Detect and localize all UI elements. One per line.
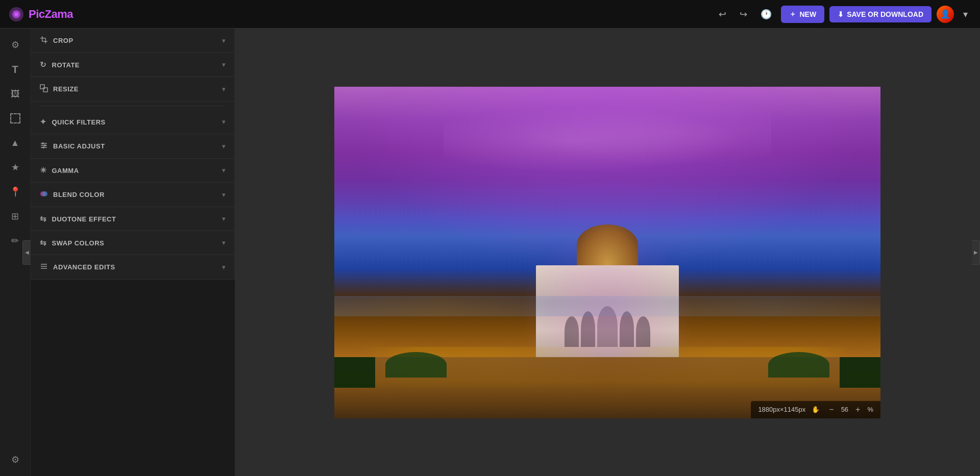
left-panel: CROP ▾ ↻ ROTATE ▾: [31, 29, 235, 280]
quick-filters-section-header[interactable]: ✦ QUICK FILTERS ▾: [31, 110, 234, 134]
avatar-icon: 👤: [940, 9, 950, 19]
crop-section-header[interactable]: CROP ▾: [31, 29, 234, 53]
svg-rect-7: [40, 85, 44, 89]
avatar[interactable]: 👤: [937, 6, 954, 23]
image-add-icon: 🖼: [11, 89, 20, 99]
selection-icon: [10, 113, 20, 123]
gamma-chevron: ▾: [222, 167, 226, 174]
quick-filters-label: QUICK FILTERS: [52, 118, 217, 126]
gamma-icon: ☀: [40, 166, 47, 175]
basic-adjust-section-header[interactable]: BASIC ADJUST ▾: [31, 134, 234, 158]
canvas-area[interactable]: ✏: [235, 29, 980, 476]
blend-color-icon: [40, 190, 48, 199]
swap-colors-label: SWAP COLORS: [52, 239, 217, 247]
save-button[interactable]: ⬇ SAVE OR DOWNLOAD: [829, 6, 932, 22]
resize-section-header[interactable]: RESIZE ▾: [31, 77, 234, 101]
quick-filters-icon: ✦: [40, 117, 47, 127]
undo-button[interactable]: ↩: [715, 6, 730, 23]
zoom-level: 56: [841, 406, 848, 413]
shapes-tool-button[interactable]: ▲: [4, 132, 27, 154]
gamma-section: ☀ GAMMA ▾: [31, 159, 234, 183]
rotate-label: ROTATE: [52, 61, 217, 69]
text-tool-button[interactable]: T: [4, 58, 27, 81]
location-icon: 📍: [10, 186, 21, 197]
image-dimensions: 1880px×1145px: [758, 406, 805, 413]
crop-section: CROP ▾: [31, 29, 234, 53]
new-button[interactable]: ＋ NEW: [781, 6, 824, 23]
resize-label: RESIZE: [53, 85, 217, 93]
panel-divider-1: [40, 106, 225, 106]
blend-color-section-header[interactable]: BLEND COLOR ▾: [31, 183, 234, 207]
save-label: SAVE OR DOWNLOAD: [847, 10, 923, 18]
crop-chevron: ▾: [222, 37, 226, 44]
redo-icon: ↪: [740, 9, 747, 20]
settings-tool-button[interactable]: ⚙: [4, 448, 27, 471]
svg-point-2: [14, 12, 18, 16]
text-icon: T: [12, 64, 18, 76]
header: PicZama ↩ ↪ 🕐 ＋ NEW ⬇ SAVE OR DOWNLOAD 👤…: [0, 0, 980, 29]
crop-label: CROP: [53, 37, 217, 44]
quick-filters-section: ✦ QUICK FILTERS ▾: [31, 110, 234, 134]
grid-icon: ⊞: [11, 211, 19, 222]
location-tool-button[interactable]: 📍: [4, 181, 27, 203]
swap-colors-section: ⇆ SWAP COLORS ▾: [31, 231, 234, 255]
swap-colors-icon: ⇆: [40, 238, 47, 247]
basic-adjust-label: BASIC ADJUST: [53, 142, 217, 150]
image-add-tool-button[interactable]: 🖼: [4, 83, 27, 105]
rotate-chevron: ▾: [222, 61, 226, 68]
hand-tool-icon: ✋: [812, 406, 820, 413]
zoom-plus-icon: +: [855, 405, 860, 414]
logo-icon: [8, 6, 24, 22]
avatar-dropdown-button[interactable]: ▾: [959, 6, 972, 23]
basic-adjust-icon: [40, 141, 48, 151]
svg-point-16: [42, 191, 47, 196]
chevron-down-icon: ▾: [963, 9, 968, 20]
zoom-out-button[interactable]: −: [826, 404, 837, 415]
advanced-edits-section-header[interactable]: ADVANCED EDITS ▾: [31, 255, 234, 279]
advanced-edits-icon: [40, 262, 48, 272]
advanced-edits-section: ADVANCED EDITS ▾: [31, 255, 234, 280]
right-panel-toggle[interactable]: ▶: [972, 240, 980, 265]
collapse-icon: ◀: [25, 249, 29, 255]
gamma-label: GAMMA: [52, 167, 217, 174]
svg-rect-4: [40, 38, 45, 39]
selection-tool-button[interactable]: [4, 107, 27, 130]
grid-tool-button[interactable]: ⊞: [4, 205, 27, 228]
crop-icon: [40, 36, 48, 45]
adjustments-icon: ⚙: [11, 39, 19, 51]
swap-colors-chevron: ▾: [222, 239, 226, 246]
adjustments-tool-button[interactable]: ⚙: [4, 34, 27, 56]
advanced-edits-label: ADVANCED EDITS: [53, 263, 217, 271]
panel-collapse-toggle[interactable]: ◀: [22, 240, 31, 265]
resize-icon: [40, 84, 48, 94]
swap-colors-section-header[interactable]: ⇆ SWAP COLORS ▾: [31, 231, 234, 255]
canvas-container: ✏: [334, 87, 880, 418]
gamma-section-header[interactable]: ☀ GAMMA ▾: [31, 159, 234, 182]
star-tool-button[interactable]: ★: [4, 156, 27, 179]
status-bar: 1880px×1145px ✋ − 56 + %: [751, 401, 880, 418]
duotone-section-header[interactable]: ⇆ DUOTONE EFFECT ▾: [31, 207, 234, 231]
svg-point-13: [44, 144, 46, 146]
brush-icon: ✏: [11, 235, 19, 246]
quick-filters-chevron: ▾: [222, 118, 226, 126]
svg-point-14: [42, 146, 44, 148]
zoom-percent-suffix: %: [867, 406, 873, 413]
logo[interactable]: PicZama: [8, 6, 73, 22]
resize-section: RESIZE ▾: [31, 77, 234, 102]
main-layout: ⚙ T 🖼 ▲ ★ 📍 ⊞ ✏ ⚙: [0, 29, 980, 476]
blend-color-chevron: ▾: [222, 191, 226, 198]
rotate-section-header[interactable]: ↻ ROTATE ▾: [31, 53, 234, 77]
rotate-section: ↻ ROTATE ▾: [31, 53, 234, 77]
redo-button[interactable]: ↪: [736, 6, 751, 23]
star-icon: ★: [11, 162, 19, 173]
chevron-right-icon: ▶: [974, 249, 978, 255]
duotone-chevron: ▾: [222, 215, 226, 222]
shapes-icon: ▲: [11, 138, 20, 148]
save-icon: ⬇: [838, 10, 844, 18]
duotone-label: DUOTONE EFFECT: [52, 215, 217, 223]
undo-icon: ↩: [719, 9, 726, 20]
zoom-in-button[interactable]: +: [852, 404, 863, 415]
blend-color-label: BLEND COLOR: [53, 191, 217, 198]
history-button[interactable]: 🕐: [756, 6, 776, 23]
zoom-minus-icon: −: [829, 405, 834, 414]
